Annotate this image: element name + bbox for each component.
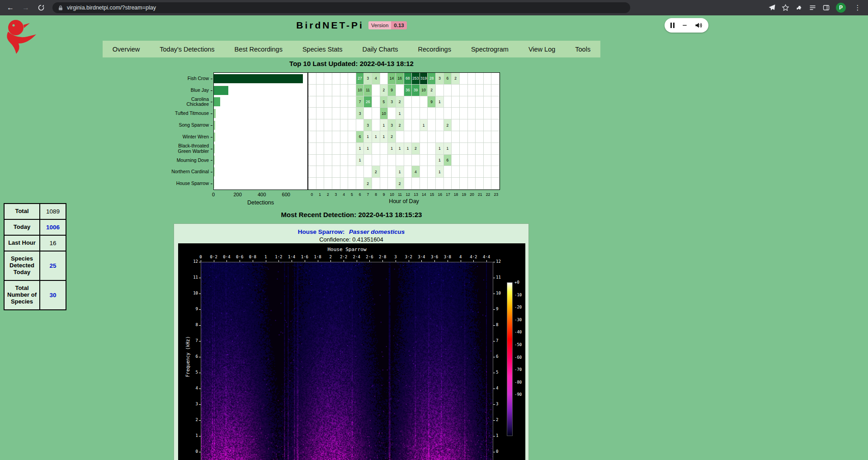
spectro-x-tick: 1 <box>264 255 267 259</box>
back-button[interactable]: ← <box>5 2 16 14</box>
heatmap-cell <box>444 108 452 119</box>
summary-value[interactable]: 1006 <box>40 219 66 235</box>
reload-button[interactable] <box>35 2 47 14</box>
nav-item-spectrogram[interactable]: Spectrogram <box>461 46 519 53</box>
heatmap-cell <box>428 119 436 131</box>
spectro-x-tick: 2·6 <box>366 255 373 259</box>
spectro-y-tickmark <box>199 420 201 421</box>
spectro-y-tick: 2 <box>496 417 498 422</box>
heatmap-cell: 2 <box>412 143 420 155</box>
spectro-y-tickmark <box>493 278 495 278</box>
spectro-y-tickmark <box>493 389 495 389</box>
heatmap-cell: 1 <box>436 155 444 166</box>
forward-button[interactable]: → <box>20 2 32 14</box>
send-icon[interactable] <box>768 4 776 11</box>
address-bar[interactable]: virginia.birdnetpi.com/?stream=play <box>52 2 630 13</box>
spectro-y-tickmark <box>493 404 495 405</box>
nav-item-today-s-detections[interactable]: Today's Detections <box>150 46 224 53</box>
spectro-y-tick: 6 <box>496 354 498 359</box>
spectro-y-tick: 4 <box>186 386 198 390</box>
heatmap-cell <box>372 143 380 155</box>
spectro-y-tick: 11 <box>496 275 501 280</box>
heatmap-cell <box>364 155 372 166</box>
heatmap-cell <box>356 178 364 190</box>
heatmap-cell <box>340 96 349 108</box>
heatmap-cell <box>340 108 349 119</box>
heatmap-cell <box>444 178 452 190</box>
spectro-x-tick: 0·6 <box>236 255 243 259</box>
heatmap-cell <box>404 131 412 143</box>
heatmap-cell: 1 <box>404 143 412 155</box>
heatmap-cell: 39 <box>412 85 420 96</box>
heatmap-cell <box>420 178 428 190</box>
heatmap-cell <box>476 73 484 85</box>
heatmap-cell <box>412 155 420 166</box>
heatmap-cell <box>428 143 436 155</box>
bar-row <box>214 73 307 85</box>
spectro-y-tickmark <box>493 420 495 421</box>
heatmap-cell <box>324 143 332 155</box>
spectro-x-tick: 1·4 <box>288 255 295 259</box>
heatmap-cell: 7 <box>356 96 364 108</box>
heatmap-cell: 3 <box>364 119 372 131</box>
species-label: Mourning Dove <box>171 155 212 166</box>
bar-row <box>214 96 307 108</box>
nav-item-species-stats[interactable]: Species Stats <box>292 46 353 53</box>
heatmap-cell <box>380 178 388 190</box>
heatmap-cell: 1 <box>388 143 396 155</box>
heatmap-cell: 319 <box>420 73 428 85</box>
summary-value[interactable]: 25 <box>40 251 66 280</box>
heatmap-cell: 68 <box>404 73 412 85</box>
heatmap-cell <box>468 73 476 85</box>
heatmap-cell <box>484 178 492 190</box>
nav-item-overview[interactable]: Overview <box>103 46 150 53</box>
detection-panel: House Sparrow: Passer domesticus Confide… <box>174 223 529 460</box>
nav-item-tools[interactable]: Tools <box>565 46 600 53</box>
nav-item-recordings[interactable]: Recordings <box>408 46 461 53</box>
hour-axis-tick: 21 <box>478 192 482 197</box>
detection-species-link[interactable]: House Sparrow: <box>298 228 345 235</box>
profile-avatar[interactable]: P <box>836 3 846 13</box>
heatmap-cell: 1 <box>380 119 388 131</box>
browser-menu-button[interactable]: ⋮ <box>852 2 863 14</box>
heatmap-cell <box>484 143 492 155</box>
heatmap-cell <box>308 96 316 108</box>
side-panel-icon[interactable] <box>822 4 830 11</box>
heatmap-cell <box>332 178 340 190</box>
spectrogram-canvas <box>201 262 493 460</box>
spectro-y-tick: 11 <box>186 275 198 280</box>
detection-scientific-name[interactable]: Passer domesticus <box>349 228 405 235</box>
heatmap-cell <box>332 96 340 108</box>
heatmap-cell: 1 <box>436 166 444 178</box>
heatmap-cell <box>316 178 325 190</box>
heatmap-cell <box>484 108 492 119</box>
heatmap-cell: 10 <box>420 85 428 96</box>
heatmap-cell <box>468 119 476 131</box>
heatmap-cell <box>348 143 356 155</box>
species-label: Northern Cardinal <box>171 166 212 178</box>
heatmap-cell <box>460 85 468 96</box>
heatmap-cell <box>420 166 428 178</box>
nav-item-daily-charts[interactable]: Daily Charts <box>353 46 408 53</box>
heatmap-cell <box>484 131 492 143</box>
heatmap-cell: 2 <box>428 85 436 96</box>
heatmap-cell <box>340 166 349 178</box>
summary-value[interactable]: 30 <box>40 280 66 310</box>
nav-item-best-recordings[interactable]: Best Recordings <box>225 46 292 53</box>
heatmap-cell <box>460 96 468 108</box>
heatmap-cell <box>316 166 325 178</box>
spectro-y-tickmark <box>493 452 495 452</box>
heatmap-cell <box>491 143 500 155</box>
bookmark-star-icon[interactable] <box>782 4 789 11</box>
main-nav: OverviewToday's DetectionsBest Recording… <box>0 41 703 57</box>
heatmap-cell <box>476 178 484 190</box>
detection-bar <box>214 144 215 153</box>
extensions-icon[interactable] <box>795 4 803 11</box>
heatmap-cell: 1 <box>372 131 380 143</box>
hour-axis-tick: 5 <box>351 192 353 197</box>
heatmap-cell <box>444 96 452 108</box>
reading-list-icon[interactable] <box>809 4 816 11</box>
version-badge: Version 0.13 <box>368 21 407 29</box>
nav-item-view-log[interactable]: View Log <box>519 46 565 53</box>
heatmap-cell <box>372 155 380 166</box>
